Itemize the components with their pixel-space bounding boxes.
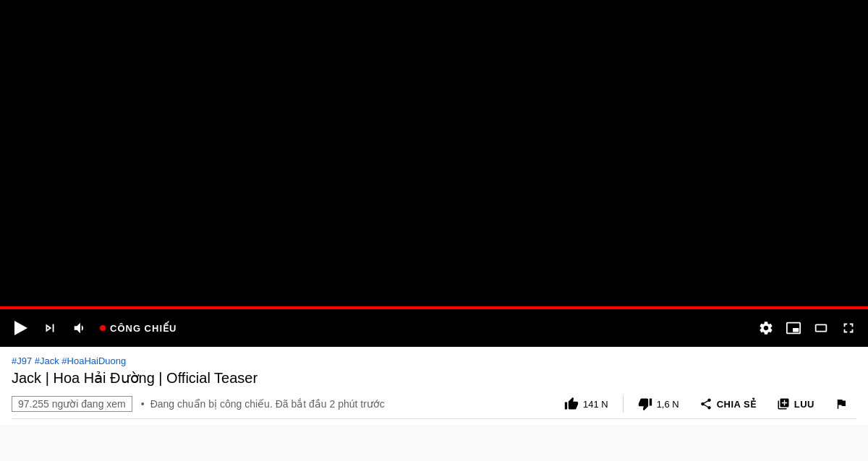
live-dot xyxy=(100,325,106,331)
play-icon xyxy=(14,321,27,335)
skip-icon xyxy=(42,320,58,336)
volume-button[interactable] xyxy=(69,317,91,339)
like-divider xyxy=(623,395,624,413)
fullscreen-icon xyxy=(841,320,856,336)
fullscreen-button[interactable] xyxy=(841,320,856,336)
status-text: Đang chuẩn bị công chiếu. Đã bắt đầu 2 p… xyxy=(150,398,544,410)
controls-bar: CÔNG CHIẾU xyxy=(0,309,868,347)
video-player[interactable]: CÔNG CHIẾU xyxy=(0,0,868,347)
bottom-border xyxy=(12,418,856,419)
share-button[interactable]: CHIA SẺ xyxy=(691,393,765,415)
play-button[interactable] xyxy=(12,318,30,338)
hashtags[interactable]: #J97 #Jack #HoaHaiDuong xyxy=(12,356,856,366)
live-text: CÔNG CHIẾU xyxy=(110,323,176,334)
like-icon xyxy=(564,397,579,411)
save-button[interactable]: LUU xyxy=(768,393,823,415)
save-label: LUU xyxy=(794,399,814,410)
settings-button[interactable] xyxy=(758,320,774,336)
flag-button[interactable] xyxy=(826,393,856,415)
flag-icon xyxy=(835,397,848,410)
share-label: CHIA SẺ xyxy=(717,399,757,410)
live-badge: CÔNG CHIẾU xyxy=(100,323,176,334)
like-count: 141 N xyxy=(583,399,608,410)
share-icon xyxy=(699,397,712,410)
dislike-icon xyxy=(638,397,652,411)
info-section: #J97 #Jack #HoaHaiDuong Jack | Hoa Hải Đ… xyxy=(0,347,868,425)
viewers-count: 97.255 người đang xem xyxy=(12,396,132,412)
miniplayer-icon xyxy=(786,320,801,336)
dislike-count: 1,6 N xyxy=(657,399,679,410)
controls-right xyxy=(758,320,856,336)
settings-icon xyxy=(758,320,774,336)
save-icon xyxy=(777,397,790,410)
video-title: Jack | Hoa Hải Đường | Official Teaser xyxy=(12,369,856,387)
theater-button[interactable] xyxy=(813,320,829,336)
action-buttons: 141 N 1,6 N CHIA SẺ xyxy=(556,392,856,415)
meta-row: 97.255 người đang xem • Đang chuẩn bị cô… xyxy=(12,392,856,415)
miniplayer-button[interactable] xyxy=(786,320,801,336)
dislike-button[interactable]: 1,6 N xyxy=(629,392,688,415)
video-screen xyxy=(0,0,868,347)
theater-icon xyxy=(813,320,829,336)
separator: • xyxy=(141,398,145,410)
volume-icon xyxy=(72,320,88,336)
skip-button[interactable] xyxy=(39,317,61,339)
like-button[interactable]: 141 N xyxy=(556,392,617,415)
